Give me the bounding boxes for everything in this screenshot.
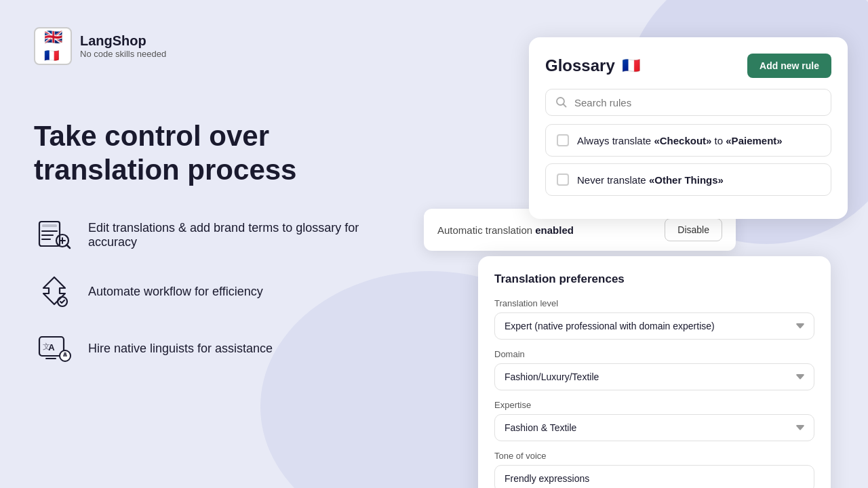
- svg-text:文: 文: [43, 342, 50, 350]
- tone-of-voice-input[interactable]: [494, 465, 814, 488]
- feature-text-glossary: Edit translations & add brand terms to g…: [88, 221, 373, 249]
- translation-level-label: Translation level: [494, 298, 814, 308]
- svg-line-17: [564, 104, 566, 107]
- domain-field: Domain Fashion/Luxury/Textile: [494, 349, 814, 390]
- rule-2-checkbox[interactable]: [557, 174, 569, 186]
- tone-of-voice-field: Tone of voice: [494, 451, 814, 488]
- tone-of-voice-label: Tone of voice: [494, 451, 814, 461]
- search-icon: [555, 96, 568, 108]
- translation-preferences-card: Translation preferences Translation leve…: [478, 256, 831, 488]
- translation-level-field: Translation level Expert (native profess…: [494, 298, 814, 340]
- feature-text-automate: Automate workflow for efficiency: [88, 285, 263, 299]
- search-bar: [545, 89, 831, 116]
- hire-icon: A 文: [37, 331, 72, 367]
- glossary-rule-2: Never translate «Other Things»: [545, 163, 831, 196]
- logo-area: 🇬🇧🇫🇷 LangShop No code skills needed: [34, 27, 373, 65]
- expertise-field: Expertise Fashion & Textile: [494, 400, 814, 441]
- feature-item-automate: Automate workflow for efficiency: [34, 272, 373, 312]
- expertise-label: Expertise: [494, 400, 814, 410]
- app-tagline: No code skills needed: [80, 49, 166, 59]
- hero-text: Take control over translation process: [34, 119, 373, 188]
- svg-rect-1: [42, 224, 57, 227]
- svg-point-15: [64, 352, 66, 354]
- feature-icon-hire: A 文: [34, 329, 75, 369]
- auto-translation-text: Automatic translation enabled: [437, 224, 574, 236]
- rule-1-checkbox[interactable]: [557, 134, 569, 146]
- feature-icon-glossary: [34, 215, 75, 256]
- glossary-title: Glossary 🇫🇷: [545, 56, 640, 75]
- logo-icon: 🇬🇧🇫🇷: [34, 27, 72, 65]
- logo-text: LangShop No code skills needed: [80, 33, 166, 59]
- feature-item-glossary: Edit translations & add brand terms to g…: [34, 215, 373, 256]
- rule-2-text: Never translate «Other Things»: [577, 174, 724, 186]
- hero-heading: Take control over translation process: [34, 119, 373, 188]
- svg-line-6: [67, 245, 71, 248]
- domain-select[interactable]: Fashion/Luxury/Textile: [494, 363, 814, 390]
- translation-level-select[interactable]: Expert (native professional with domain …: [494, 312, 814, 340]
- expertise-select[interactable]: Fashion & Textile: [494, 414, 814, 441]
- prefs-title: Translation preferences: [494, 272, 814, 286]
- domain-label: Domain: [494, 349, 814, 359]
- rule-1-text: Always translate «Checkout» to «Paiement…: [577, 135, 783, 146]
- disable-button[interactable]: Disable: [665, 218, 722, 241]
- add-new-rule-button[interactable]: Add new rule: [747, 54, 831, 78]
- feature-list: Edit translations & add brand terms to g…: [34, 215, 373, 369]
- automate-icon: [37, 274, 72, 310]
- glossary-title-text: Glossary: [545, 56, 615, 75]
- feature-item-hire: A 文 Hire native linguists for assistance: [34, 329, 373, 369]
- glossary-card: Glossary 🇫🇷 Add new rule Always translat…: [529, 37, 848, 219]
- glossary-header: Glossary 🇫🇷 Add new rule: [545, 54, 831, 78]
- glossary-icon: [37, 218, 72, 253]
- left-panel: 🇬🇧🇫🇷 LangShop No code skills needed Take…: [0, 0, 407, 488]
- glossary-rule-1: Always translate «Checkout» to «Paiement…: [545, 124, 831, 157]
- app-name: LangShop: [80, 33, 166, 49]
- french-flag-icon: 🇫🇷: [622, 57, 640, 75]
- feature-icon-automate: [34, 272, 75, 312]
- feature-text-hire: Hire native linguists for assistance: [88, 342, 273, 356]
- search-rules-input[interactable]: [574, 97, 821, 108]
